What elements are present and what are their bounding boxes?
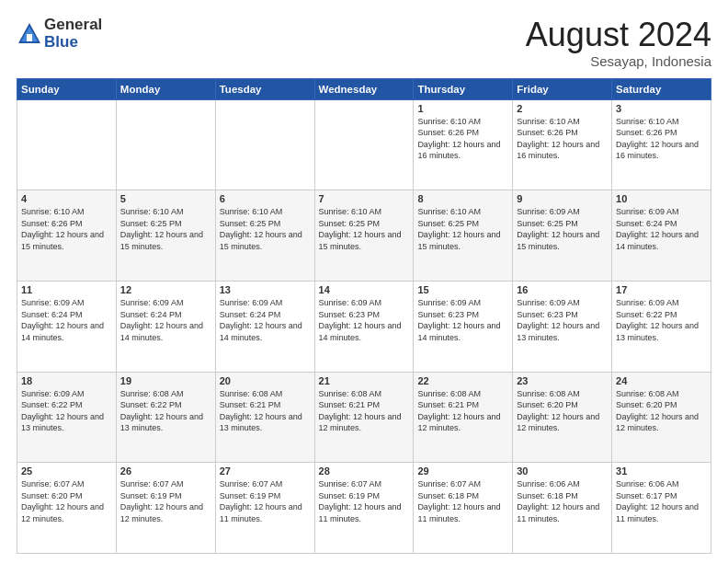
calendar-cell: 21Sunrise: 6:08 AM Sunset: 6:21 PM Dayli… xyxy=(314,372,414,463)
header-thursday: Thursday xyxy=(414,78,513,99)
day-number: 7 xyxy=(319,193,410,204)
day-info: Sunrise: 6:10 AM Sunset: 6:25 PM Dayligh… xyxy=(220,206,311,252)
day-info: Sunrise: 6:07 AM Sunset: 6:19 PM Dayligh… xyxy=(120,478,211,524)
logo-text: General Blue xyxy=(44,17,102,51)
calendar-cell: 20Sunrise: 6:08 AM Sunset: 6:21 PM Dayli… xyxy=(215,372,314,463)
day-info: Sunrise: 6:08 AM Sunset: 6:22 PM Dayligh… xyxy=(120,388,211,434)
header: General Blue August 2024 Sesayap, Indone… xyxy=(17,17,711,69)
calendar-cell: 19Sunrise: 6:08 AM Sunset: 6:22 PM Dayli… xyxy=(116,372,215,463)
header-monday: Monday xyxy=(116,78,215,99)
header-friday: Friday xyxy=(513,78,612,99)
calendar-table: Sunday Monday Tuesday Wednesday Thursday… xyxy=(17,78,711,554)
calendar-cell: 11Sunrise: 6:09 AM Sunset: 6:24 PM Dayli… xyxy=(17,281,117,372)
day-info: Sunrise: 6:08 AM Sunset: 6:20 PM Dayligh… xyxy=(517,388,608,434)
day-number: 27 xyxy=(220,465,311,477)
calendar-cell: 29Sunrise: 6:07 AM Sunset: 6:18 PM Dayli… xyxy=(414,463,513,554)
day-number: 8 xyxy=(417,193,508,204)
calendar-cell: 26Sunrise: 6:07 AM Sunset: 6:19 PM Dayli… xyxy=(116,463,215,554)
day-info: Sunrise: 6:09 AM Sunset: 6:23 PM Dayligh… xyxy=(417,297,508,343)
day-number: 28 xyxy=(319,465,410,477)
day-info: Sunrise: 6:09 AM Sunset: 6:24 PM Dayligh… xyxy=(21,297,112,343)
day-info: Sunrise: 6:08 AM Sunset: 6:21 PM Dayligh… xyxy=(319,388,410,434)
calendar-cell: 23Sunrise: 6:08 AM Sunset: 6:20 PM Dayli… xyxy=(513,372,612,463)
day-info: Sunrise: 6:07 AM Sunset: 6:19 PM Dayligh… xyxy=(220,478,311,524)
calendar-week-row: 1Sunrise: 6:10 AM Sunset: 6:26 PM Daylig… xyxy=(17,99,711,190)
day-number: 22 xyxy=(417,375,508,386)
calendar-cell: 3Sunrise: 6:10 AM Sunset: 6:26 PM Daylig… xyxy=(612,99,711,190)
day-number: 23 xyxy=(517,375,608,386)
day-number: 14 xyxy=(319,284,410,295)
day-info: Sunrise: 6:07 AM Sunset: 6:18 PM Dayligh… xyxy=(417,478,508,524)
day-info: Sunrise: 6:08 AM Sunset: 6:21 PM Dayligh… xyxy=(220,388,311,434)
title-block: August 2024 Sesayap, Indonesia xyxy=(526,17,711,69)
day-info: Sunrise: 6:09 AM Sunset: 6:24 PM Dayligh… xyxy=(120,297,211,343)
day-info: Sunrise: 6:10 AM Sunset: 6:25 PM Dayligh… xyxy=(417,206,508,252)
location: Sesayap, Indonesia xyxy=(526,53,711,69)
day-number: 17 xyxy=(616,284,707,295)
day-info: Sunrise: 6:10 AM Sunset: 6:26 PM Dayligh… xyxy=(21,206,112,252)
day-number: 5 xyxy=(120,193,211,204)
calendar-cell: 1Sunrise: 6:10 AM Sunset: 6:26 PM Daylig… xyxy=(414,99,513,190)
calendar-cell: 18Sunrise: 6:09 AM Sunset: 6:22 PM Dayli… xyxy=(17,372,117,463)
day-number: 20 xyxy=(220,375,311,386)
calendar-cell xyxy=(215,99,314,190)
day-number: 26 xyxy=(120,465,211,477)
calendar-week-row: 25Sunrise: 6:07 AM Sunset: 6:20 PM Dayli… xyxy=(17,463,711,554)
logo-blue-text: Blue xyxy=(44,34,102,52)
day-number: 29 xyxy=(417,465,508,477)
day-info: Sunrise: 6:10 AM Sunset: 6:25 PM Dayligh… xyxy=(120,206,211,252)
day-info: Sunrise: 6:06 AM Sunset: 6:17 PM Dayligh… xyxy=(616,478,707,524)
calendar-cell: 24Sunrise: 6:08 AM Sunset: 6:20 PM Dayli… xyxy=(612,372,711,463)
header-tuesday: Tuesday xyxy=(215,78,314,99)
header-sunday: Sunday xyxy=(17,78,117,99)
day-info: Sunrise: 6:09 AM Sunset: 6:22 PM Dayligh… xyxy=(616,297,707,343)
calendar-cell: 9Sunrise: 6:09 AM Sunset: 6:25 PM Daylig… xyxy=(513,190,612,282)
weekday-header-row: Sunday Monday Tuesday Wednesday Thursday… xyxy=(17,78,711,99)
calendar-week-row: 18Sunrise: 6:09 AM Sunset: 6:22 PM Dayli… xyxy=(17,372,711,463)
day-number: 13 xyxy=(220,284,311,295)
day-info: Sunrise: 6:10 AM Sunset: 6:25 PM Dayligh… xyxy=(319,206,410,252)
day-number: 11 xyxy=(21,284,112,295)
day-info: Sunrise: 6:10 AM Sunset: 6:26 PM Dayligh… xyxy=(616,116,707,162)
day-number: 1 xyxy=(417,103,508,114)
calendar-cell: 2Sunrise: 6:10 AM Sunset: 6:26 PM Daylig… xyxy=(513,99,612,190)
logo-icon xyxy=(17,21,42,47)
day-info: Sunrise: 6:09 AM Sunset: 6:24 PM Dayligh… xyxy=(220,297,311,343)
calendar-cell: 28Sunrise: 6:07 AM Sunset: 6:19 PM Dayli… xyxy=(314,463,414,554)
day-number: 30 xyxy=(517,465,608,477)
calendar-cell: 16Sunrise: 6:09 AM Sunset: 6:23 PM Dayli… xyxy=(513,281,612,372)
day-info: Sunrise: 6:08 AM Sunset: 6:20 PM Dayligh… xyxy=(616,388,707,434)
calendar-week-row: 4Sunrise: 6:10 AM Sunset: 6:26 PM Daylig… xyxy=(17,190,711,282)
page: General Blue August 2024 Sesayap, Indone… xyxy=(0,0,728,563)
day-info: Sunrise: 6:09 AM Sunset: 6:23 PM Dayligh… xyxy=(517,297,608,343)
calendar-cell xyxy=(314,99,414,190)
calendar-cell: 5Sunrise: 6:10 AM Sunset: 6:25 PM Daylig… xyxy=(116,190,215,282)
svg-rect-2 xyxy=(27,34,32,41)
calendar-cell: 13Sunrise: 6:09 AM Sunset: 6:24 PM Dayli… xyxy=(215,281,314,372)
calendar-cell: 8Sunrise: 6:10 AM Sunset: 6:25 PM Daylig… xyxy=(414,190,513,282)
day-info: Sunrise: 6:08 AM Sunset: 6:21 PM Dayligh… xyxy=(417,388,508,434)
calendar-cell: 17Sunrise: 6:09 AM Sunset: 6:22 PM Dayli… xyxy=(612,281,711,372)
calendar-cell: 4Sunrise: 6:10 AM Sunset: 6:26 PM Daylig… xyxy=(17,190,117,282)
day-info: Sunrise: 6:09 AM Sunset: 6:23 PM Dayligh… xyxy=(319,297,410,343)
day-info: Sunrise: 6:10 AM Sunset: 6:26 PM Dayligh… xyxy=(417,116,508,162)
day-number: 3 xyxy=(616,103,707,114)
calendar-cell xyxy=(17,99,117,190)
calendar-cell xyxy=(116,99,215,190)
calendar-week-row: 11Sunrise: 6:09 AM Sunset: 6:24 PM Dayli… xyxy=(17,281,711,372)
day-number: 12 xyxy=(120,284,211,295)
day-number: 9 xyxy=(517,193,608,204)
day-info: Sunrise: 6:07 AM Sunset: 6:20 PM Dayligh… xyxy=(21,478,112,524)
day-info: Sunrise: 6:09 AM Sunset: 6:24 PM Dayligh… xyxy=(616,206,707,252)
calendar-cell: 27Sunrise: 6:07 AM Sunset: 6:19 PM Dayli… xyxy=(215,463,314,554)
day-number: 16 xyxy=(517,284,608,295)
day-number: 6 xyxy=(220,193,311,204)
day-number: 19 xyxy=(120,375,211,386)
calendar-cell: 31Sunrise: 6:06 AM Sunset: 6:17 PM Dayli… xyxy=(612,463,711,554)
logo-general-text: General xyxy=(44,17,102,34)
day-info: Sunrise: 6:10 AM Sunset: 6:26 PM Dayligh… xyxy=(517,116,608,162)
header-saturday: Saturday xyxy=(612,78,711,99)
day-number: 2 xyxy=(517,103,608,114)
calendar-cell: 22Sunrise: 6:08 AM Sunset: 6:21 PM Dayli… xyxy=(414,372,513,463)
day-info: Sunrise: 6:06 AM Sunset: 6:18 PM Dayligh… xyxy=(517,478,608,524)
